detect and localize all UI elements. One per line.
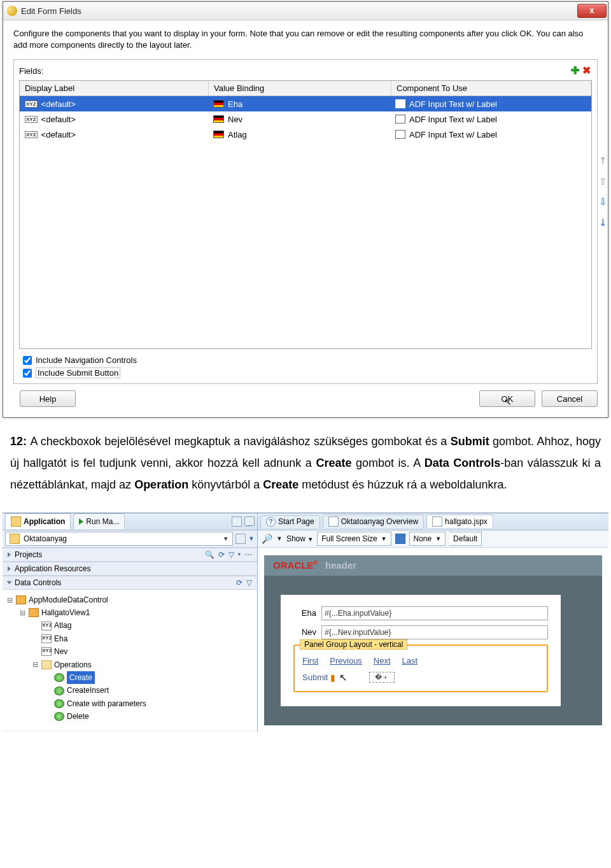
app-menu-icon[interactable] [235, 534, 246, 544]
dialog-titlebar[interactable]: Edit Form Fields X [3, 2, 608, 20]
tree-root[interactable]: ⊟ AppModuleDataControl [5, 594, 255, 606]
tree-operation[interactable]: Delete [5, 710, 255, 723]
tree-attr[interactable]: XYZAtlag [5, 619, 255, 632]
gear-icon [54, 687, 64, 695]
filter-icon[interactable]: ▽ [228, 550, 234, 559]
oracle-logo: ORACLE® [273, 560, 318, 571]
move-top-icon[interactable]: ⤒ [596, 155, 609, 167]
gear-icon [54, 673, 64, 682]
expand-icon[interactable] [8, 566, 11, 571]
help-button[interactable]: Help [20, 390, 76, 407]
form-row-nev: Nev [293, 625, 548, 639]
dialog-body: Configure the components that you want t… [3, 20, 608, 417]
tab-overview[interactable]: Oktatoanyag Overview [323, 515, 424, 528]
page-icon [432, 516, 442, 527]
table-row[interactable]: XYZ<default>AtlagADF Input Text w/ Label [20, 127, 591, 142]
close-button[interactable]: X [577, 4, 607, 18]
style-combo[interactable]: None▼ [409, 532, 446, 546]
datacontrol-icon [16, 595, 26, 604]
reorder-buttons: ⤒ ⇧ ⇩ ⤓ [596, 155, 609, 229]
tree-view[interactable]: ⊟ HallgatoView1 [5, 606, 255, 619]
move-up-icon[interactable]: ⇧ [596, 175, 609, 188]
col-display-label[interactable]: Display Label [20, 81, 209, 96]
move-bottom-icon[interactable]: ⤓ [596, 216, 609, 229]
first-button[interactable]: First [302, 656, 318, 665]
drop-caret-icon: ▮ [330, 672, 335, 683]
nev-label: Nev [293, 627, 316, 637]
tab-application[interactable]: Application [5, 513, 71, 529]
play-icon [79, 518, 83, 525]
component-icon [395, 99, 405, 108]
form-row-eha: Eha [293, 606, 548, 620]
include-nav-row[interactable]: Include Navigation Controls [23, 355, 592, 365]
options-icon[interactable]: ⋯ [244, 550, 252, 559]
include-submit-row[interactable]: Include Submit Button [23, 367, 592, 378]
nev-input[interactable] [321, 625, 548, 639]
tab-start-page[interactable]: ? Start Page [260, 515, 320, 528]
next-button[interactable]: Next [374, 656, 391, 665]
app-resources-header[interactable]: Application Resources [3, 562, 257, 576]
remove-field-icon[interactable]: ✖ [580, 65, 592, 76]
help-icon: ? [266, 517, 276, 527]
xyz-icon: XYZ [25, 116, 38, 123]
add-field-icon[interactable]: ✚ [569, 65, 580, 76]
table-row[interactable]: XYZ<default>EhaADF Input Text w/ Label [20, 96, 591, 111]
edit-form-fields-dialog: Edit Form Fields X Configure the compone… [3, 1, 608, 418]
tree-attr[interactable]: XYZNev [5, 645, 255, 658]
page-header-bar: ORACLE® header [264, 555, 602, 576]
navigator-pane: Application Run Ma... _ Oktatoanyag ▼ ▼ … [3, 513, 258, 732]
tree-operation[interactable]: Create with parameters [5, 697, 255, 710]
cancel-button[interactable]: Cancel [542, 390, 598, 407]
design-canvas[interactable]: ORACLE® header Eha Nev Panel Group Layou… [258, 548, 608, 732]
tab-run-manager[interactable]: Run Ma... [73, 513, 125, 529]
component-icon [395, 130, 405, 139]
screen-size-combo[interactable]: Full Screen Size▼ [317, 532, 391, 546]
fields-table: Display Label Value Binding Component To… [19, 80, 592, 349]
flag-icon [213, 115, 224, 123]
tree-operations-folder[interactable]: ⊟ Operations [5, 658, 255, 671]
data-controls-header[interactable]: Data Controls ⟳ ▽ [3, 576, 257, 590]
folder-icon [41, 660, 52, 669]
fields-group: Fields: ✚ ✖ Display Label Value Binding … [13, 59, 598, 384]
table-row[interactable]: XYZ<default>NevADF Input Text w/ Label [20, 111, 591, 127]
refresh-icon[interactable]: ⟳ [218, 550, 225, 559]
ok-button[interactable]: OK ↖ [479, 390, 535, 407]
page-icon [328, 516, 339, 527]
col-component[interactable]: Component To Use [391, 81, 591, 96]
xyz-icon: XYZ [41, 647, 52, 656]
minimize-icon[interactable]: _ [244, 516, 255, 526]
show-menu[interactable]: Show ▼ [286, 534, 313, 543]
table-header: Display Label Value Binding Component To… [20, 81, 591, 96]
include-nav-checkbox[interactable] [23, 356, 32, 365]
projects-header[interactable]: Projects 🔍 ⟳ ▽ • ⋯ [3, 548, 257, 562]
application-combo[interactable]: Oktatoanyag ▼ [5, 532, 233, 546]
previous-button[interactable]: Previous [330, 656, 362, 665]
instruction-paragraph: 12: A checkboxok bejelölésével megkaptuk… [0, 428, 611, 513]
col-value-binding[interactable]: Value Binding [209, 81, 391, 96]
search-icon[interactable]: 🔍 [205, 550, 214, 559]
tree-operation[interactable]: CreateInsert [5, 684, 255, 697]
screen-icon[interactable] [395, 534, 405, 544]
eha-input[interactable] [321, 606, 548, 620]
expand-icon[interactable] [8, 552, 11, 557]
move-down-icon[interactable]: ⇩ [596, 196, 609, 208]
submit-button[interactable]: Submit [302, 672, 328, 682]
tree-attr[interactable]: XYZEha [5, 632, 255, 645]
collapse-icon[interactable] [7, 581, 12, 584]
last-button[interactable]: Last [402, 656, 418, 665]
refresh-icon[interactable]: ⟳ [236, 578, 242, 587]
xyz-icon: XYZ [25, 101, 38, 108]
eha-label: Eha [293, 608, 316, 618]
binoculars-icon[interactable]: 🔎 [262, 534, 272, 544]
tree-operation[interactable]: Create [5, 671, 255, 684]
drop-indicator: �＋ [369, 672, 395, 683]
xyz-icon: XYZ [25, 131, 38, 138]
locale-combo[interactable]: Default [449, 532, 482, 546]
xyz-icon: XYZ [41, 622, 52, 630]
panel-group-layout[interactable]: Panel Group Layout - vertical First Prev… [293, 644, 548, 692]
restore-icon[interactable] [232, 516, 242, 527]
include-submit-checkbox[interactable] [23, 369, 32, 378]
tab-hallgato-jspx[interactable]: hallgato.jspx [426, 515, 493, 528]
filter-icon[interactable]: ▽ [246, 578, 252, 587]
gear-icon [54, 712, 64, 721]
